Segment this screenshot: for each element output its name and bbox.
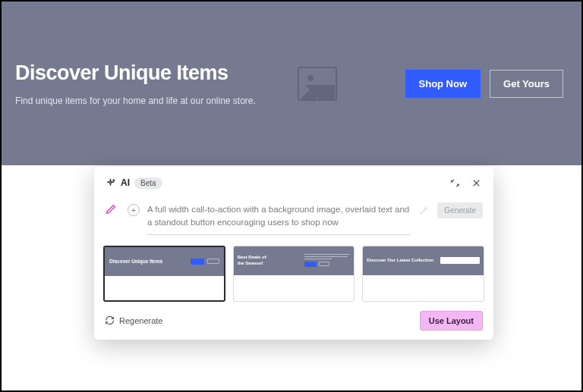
thumb-primary-button-icon <box>191 259 204 265</box>
generate-button[interactable]: Generate <box>437 202 483 218</box>
shop-now-button[interactable]: Shop Now <box>405 70 481 98</box>
close-icon[interactable] <box>468 174 484 191</box>
beta-badge: Beta <box>134 177 162 189</box>
thumb-title: Discover Unique Items <box>109 259 162 265</box>
layout-option-1[interactable]: Discover Unique Items <box>103 246 225 302</box>
refresh-icon <box>105 315 115 325</box>
layout-option-2[interactable]: Best Deals of the Season! <box>233 246 355 302</box>
layout-thumbnails: Discover Unique Items Best Deals of the … <box>103 246 484 302</box>
regenerate-label: Regenerate <box>119 316 163 325</box>
thumb-outline-button-icon <box>207 259 219 264</box>
sparkle-icon <box>105 177 116 189</box>
prompt-input[interactable]: A full width call-to-action with a backg… <box>147 203 410 235</box>
ai-panel: AI Beta + A full width call-to-action wi… <box>94 167 493 340</box>
layout-option-3[interactable]: Discover Our Latest Collection <box>362 246 484 302</box>
use-layout-button[interactable]: Use Layout <box>420 311 483 331</box>
hero-subtitle: Find unique items for your home and life… <box>15 96 298 106</box>
ai-label: AI <box>121 177 130 188</box>
ai-panel-header: AI Beta <box>103 174 484 197</box>
prompt-row: + A full width call-to-action with a bac… <box>103 197 484 244</box>
regenerate-button[interactable]: Regenerate <box>105 315 163 325</box>
collapse-icon[interactable] <box>446 174 463 191</box>
hero-title: Discover Unique Items <box>15 61 298 85</box>
hero-buttons: Shop Now Get Yours <box>405 70 563 98</box>
thumb-title: Best Deals of the Season! <box>238 255 268 265</box>
image-placeholder-icon <box>298 67 337 101</box>
ai-panel-footer: Regenerate Use Layout <box>103 302 484 331</box>
thumb-input-icon <box>440 257 480 264</box>
add-icon[interactable]: + <box>128 204 140 216</box>
get-yours-button[interactable]: Get Yours <box>490 70 563 98</box>
pencil-icon[interactable] <box>105 203 117 215</box>
hero-text-block: Discover Unique Items Find unique items … <box>15 61 298 106</box>
thumb-title: Discover Our Latest Collection <box>367 258 433 263</box>
magic-wand-icon[interactable] <box>418 205 430 217</box>
hero-section: Discover Unique Items Find unique items … <box>2 2 581 165</box>
thumb-outline-button-icon <box>319 262 329 266</box>
thumb-text-lines-icon <box>304 254 350 268</box>
thumb-primary-button-icon <box>304 262 317 267</box>
